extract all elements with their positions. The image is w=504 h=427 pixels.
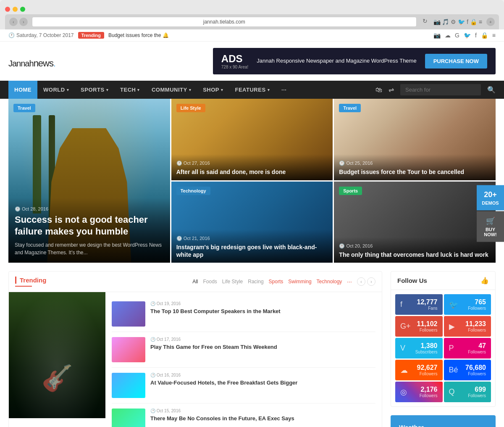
news-item[interactable]: 🕐 Oct 17, 2016 Play This Game for Free o…	[112, 332, 375, 368]
logo-dot: .	[53, 59, 55, 68]
twitter-icon[interactable]: 🐦	[464, 32, 471, 39]
facebook-button[interactable]: f 12,777 Fans	[395, 294, 443, 315]
nav-shop[interactable]: SHOP▾	[197, 81, 229, 99]
trending-title: Trending	[15, 277, 46, 284]
buy-button[interactable]: 🛒 BUY NOW!	[477, 211, 504, 242]
tech-arrow: ▾	[137, 88, 140, 92]
quora-button[interactable]: Q 699 Followers	[444, 382, 491, 402]
facebook-icon[interactable]: f	[475, 32, 477, 39]
instagram-button[interactable]: ◎ 2,176 Followers	[395, 382, 443, 402]
follow-us-section: Follow Us 👍 f 12,777 Fans 🐦 765	[391, 271, 496, 407]
news-info-4: 🕐 Oct 15, 2016 There May Be No Consoles …	[150, 409, 375, 422]
google-icon[interactable]: G	[455, 32, 459, 39]
forward-button[interactable]: ›	[19, 18, 28, 26]
back-button[interactable]: ‹	[9, 18, 18, 26]
shuffle-icon[interactable]: ⇌	[388, 86, 394, 94]
trending-badge: Trending	[78, 32, 104, 39]
soundcloud-icon[interactable]: ☁	[445, 32, 451, 39]
trending-title-area: Trending	[15, 277, 46, 287]
filter-racing[interactable]: Racing	[248, 279, 263, 285]
twitter-info: 765 Followers	[468, 298, 486, 311]
filter-next[interactable]: ›	[367, 277, 375, 286]
logo[interactable]: Jannahnews.	[8, 53, 55, 70]
top-bar-left: 🕐 Saturday, 7 October 2017 Trending Budg…	[8, 32, 169, 39]
filter-prev[interactable]: ‹	[357, 277, 365, 286]
news-info-2: 🕐 Oct 17, 2016 Play This Game for Free o…	[150, 337, 375, 351]
weather-title: Weather	[399, 424, 487, 427]
quora-info: 699 Followers	[468, 386, 486, 398]
trending-list: 🕐 Oct 19, 2016 The Top 10 Best Computer …	[105, 292, 382, 427]
behance-count: 76,680	[465, 364, 486, 372]
top-bar: 🕐 Saturday, 7 October 2017 Trending Budg…	[0, 29, 504, 42]
purchase-button[interactable]: PURCHASE NOW	[425, 54, 487, 69]
maximize-button[interactable]	[20, 7, 25, 12]
minimize-button[interactable]	[13, 7, 18, 12]
sidebar: Follow Us 👍 f 12,777 Fans 🐦 765	[391, 271, 496, 427]
facebook-icon: f	[400, 300, 402, 309]
site-header: Jannahnews. ADS 728 x 90 Area! Jannah Re…	[0, 42, 504, 81]
nav-community[interactable]: COMMUNITY▾	[146, 81, 197, 99]
vimeo-count: 1,380	[415, 342, 438, 350]
news-thumb-1	[112, 301, 145, 327]
reload-button[interactable]: ↻	[421, 18, 429, 26]
news-item[interactable]: 🕐 Oct 19, 2016 The Top 10 Best Computer …	[112, 296, 375, 332]
trending-featured[interactable]: 🎸 👤 Fouad Badawy 🕐 Oct 20, 2016 💬 0 ⭐ 3.…	[9, 292, 105, 427]
filter-foods[interactable]: Foods	[203, 279, 217, 285]
nav-features[interactable]: FEATURES▾	[229, 81, 276, 99]
filter-swimming[interactable]: Swimming	[288, 279, 311, 285]
demos-label: DEMOS	[482, 200, 499, 206]
hero-top-right-2-overlay: 🕐 Oct 25, 2016 Budget issues force the T…	[334, 154, 496, 180]
filter-technology[interactable]: Technology	[317, 279, 342, 285]
nav-tech[interactable]: TECH▾	[114, 81, 146, 99]
search-icon[interactable]: 🔍	[487, 86, 496, 94]
social-icons-bar: 📷 ☁ G 🐦 f 🔒 ≡	[433, 32, 496, 39]
hero-br2-title: The only thing that overcomes hard luck …	[339, 251, 491, 258]
news-item[interactable]: 🕐 Oct 15, 2016 There May Be No Consoles …	[112, 403, 375, 427]
soundcloud-label: Followers	[417, 372, 438, 376]
hero-br2-overlay: 🕐 Oct 20, 2016 The only thing that overc…	[334, 237, 496, 263]
close-button[interactable]	[5, 7, 10, 12]
hero-bottom-right-1[interactable]: Technology 🕐 Oct 21, 2016 Instagram's bi…	[171, 182, 333, 263]
nav-more[interactable]: ···	[276, 81, 292, 99]
behance-button[interactable]: Bé 76,680 Followers	[444, 360, 491, 380]
hero-tr2-title: Budget issues force the Tour to be cance…	[339, 168, 491, 176]
behance-info: 76,680 Followers	[465, 364, 486, 376]
filter-all[interactable]: All	[192, 279, 198, 285]
youtube-button[interactable]: ▶ 11,233 Followers	[444, 316, 491, 337]
hero-main[interactable]: Travel 🕐 Oct 28, 2016 Success is not a g…	[8, 99, 170, 263]
vimeo-button[interactable]: V 1,380 Subscribers	[395, 338, 443, 358]
url-bar[interactable]: jannah.tielabs.com	[32, 17, 417, 27]
pinterest-label: Followers	[468, 350, 486, 354]
soundcloud-button[interactable]: ☁ 92,627 Followers	[395, 360, 443, 380]
hero-br1-date: 🕐 Oct 21, 2016	[176, 236, 328, 241]
googleplus-button[interactable]: G+ 11,102 Followers	[395, 316, 443, 337]
pinterest-button[interactable]: P 47 Followers	[444, 338, 491, 358]
nav-sports[interactable]: SPORTS▾	[75, 81, 114, 99]
hero-br2-date: 🕐 Oct 20, 2016	[339, 243, 491, 249]
hero-top-right-1[interactable]: Life Style 🕐 Oct 27, 2016 After all is s…	[171, 99, 333, 180]
vimeo-label: Subscribers	[415, 350, 438, 354]
new-tab-button[interactable]: +	[486, 18, 495, 26]
hero-bottom-right-2[interactable]: Sports 🕐 Oct 20, 2016 The only thing tha…	[334, 182, 496, 263]
filter-lifestyle[interactable]: Life Style	[222, 279, 243, 285]
bag-icon[interactable]: 🛍	[375, 86, 382, 94]
hero-tr2-date: 🕐 Oct 25, 2016	[339, 161, 491, 166]
nav-world[interactable]: WORLD▾	[37, 81, 75, 99]
filter-more[interactable]: ···	[347, 278, 352, 285]
pinterest-info: 47 Followers	[468, 342, 486, 354]
demos-button[interactable]: 20+ DEMOS	[477, 185, 504, 211]
news-info-3: 🕐 Oct 16, 2016 At Value-Focused Hotels, …	[150, 373, 375, 387]
weather-section: Weather ⛅ 16°c	[391, 415, 496, 427]
instagram-icon[interactable]: 📷	[433, 32, 441, 39]
news-title-3: At Value-Focused Hotels, the Free Breakf…	[150, 379, 375, 387]
news-item[interactable]: 🕐 Oct 16, 2016 At Value-Focused Hotels, …	[112, 368, 375, 403]
news-thumb-2	[112, 337, 145, 362]
nav-home[interactable]: HOME	[8, 81, 37, 99]
search-input[interactable]	[400, 84, 481, 95]
filter-sports[interactable]: Sports	[269, 279, 284, 285]
menu-icon[interactable]: ≡	[492, 32, 496, 39]
twitter-button[interactable]: 🐦 765 Followers	[444, 294, 491, 315]
news-info-1: 🕐 Oct 19, 2016 The Top 10 Best Computer …	[150, 301, 375, 315]
lock-icon[interactable]: 🔒	[481, 32, 488, 39]
hero-top-right-2[interactable]: Travel 🕐 Oct 25, 2016 Budget issues forc…	[334, 99, 496, 180]
